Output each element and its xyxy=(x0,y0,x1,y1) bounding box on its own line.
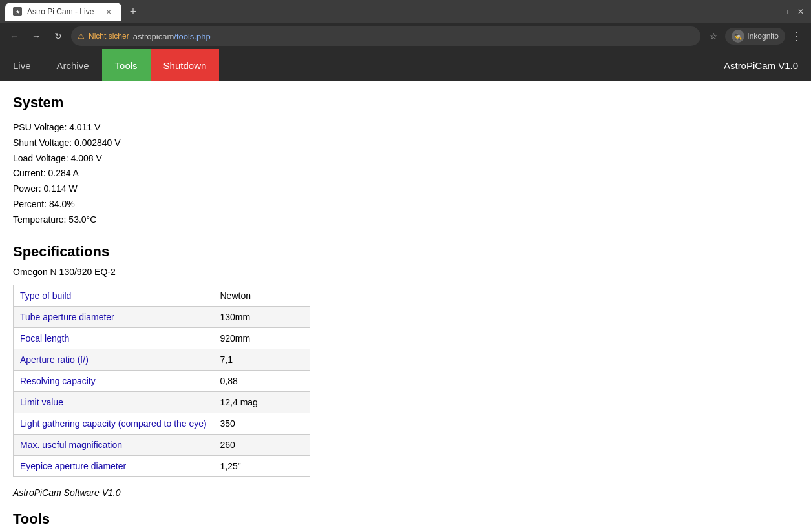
system-stat: Shunt Voltage: 0.002840 V xyxy=(13,136,798,151)
specs-title: Specifications xyxy=(13,243,798,260)
browser-chrome: ★ Astro Pi Cam - Live ✕ + — □ ✕ ← → ↻ ⚠ … xyxy=(0,0,811,81)
table-row: Tube aperture diameter130mm xyxy=(14,306,310,327)
browser-toolbar: ← → ↻ ⚠ Nicht sicher astropicam/tools.ph… xyxy=(0,23,811,49)
back-button[interactable]: ← xyxy=(5,27,23,45)
spec-label: Light gathering capacity (compared to th… xyxy=(14,413,214,434)
spec-label: Tube aperture diameter xyxy=(14,306,214,327)
page-content: System PSU Voltage: 4.011 VShunt Voltage… xyxy=(0,81,811,532)
address-text: astropicam/tools.php xyxy=(133,32,211,41)
table-row: Max. useful magnification260 xyxy=(14,434,310,455)
url-path: /tools.php xyxy=(174,32,210,41)
system-stat: Current: 0.284 A xyxy=(13,166,798,181)
spec-label: Eyepice aperture diameter xyxy=(14,455,214,476)
nav-live[interactable]: Live xyxy=(0,49,44,81)
telescope-n: N xyxy=(50,267,57,277)
table-row: Type of buildNewton xyxy=(14,285,310,306)
spec-value: 260 xyxy=(214,434,310,455)
telescope-name: Omegon N 130/920 EQ-2 xyxy=(13,267,798,277)
table-row: Light gathering capacity (compared to th… xyxy=(14,413,310,434)
incognito-button[interactable]: 🕵 Inkognito xyxy=(725,28,785,45)
system-stat: Load Voltage: 4.008 V xyxy=(13,151,798,167)
forward-button[interactable]: → xyxy=(27,27,45,45)
nav-shutdown[interactable]: Shutdown xyxy=(151,49,220,81)
system-stat: Power: 0.114 W xyxy=(13,181,798,197)
close-tab-button[interactable]: ✕ xyxy=(103,6,114,17)
browser-titlebar: ★ Astro Pi Cam - Live ✕ + — □ ✕ xyxy=(0,0,811,23)
bottom-section: Tools xyxy=(13,511,798,527)
nav-tools[interactable]: Tools xyxy=(102,49,151,81)
spec-value: Newton xyxy=(214,285,310,306)
table-row: Resolving capacity0,88 xyxy=(14,370,310,391)
toolbar-right: ☆ 🕵 Inkognito ⋮ xyxy=(704,27,806,45)
tab-favicon: ★ xyxy=(13,7,22,16)
table-row: Limit value12,4 mag xyxy=(14,391,310,413)
system-stat: PSU Voltage: 4.011 V xyxy=(13,120,798,136)
system-stats: PSU Voltage: 4.011 VShunt Voltage: 0.002… xyxy=(13,120,798,228)
system-section: System PSU Voltage: 4.011 VShunt Voltage… xyxy=(13,94,798,228)
reload-button[interactable]: ↻ xyxy=(49,27,67,45)
url-base: astropicam xyxy=(133,32,174,41)
spec-value: 12,4 mag xyxy=(214,391,310,413)
new-tab-button[interactable]: + xyxy=(124,3,142,21)
table-row: Focal length920mm xyxy=(14,327,310,349)
spec-value: 350 xyxy=(214,413,310,434)
footer-text: AstroPiCam Software V1.0 xyxy=(13,487,798,498)
spec-value: 1,25" xyxy=(214,455,310,476)
browser-menu-button[interactable]: ⋮ xyxy=(788,27,806,45)
spec-value: 0,88 xyxy=(214,370,310,391)
incognito-icon: 🕵 xyxy=(732,30,744,43)
spec-label: Aperture ratio (f/) xyxy=(14,349,214,370)
tab-title: Astro Pi Cam - Live xyxy=(27,7,98,16)
spec-label: Resolving capacity xyxy=(14,370,214,391)
spec-label: Focal length xyxy=(14,327,214,349)
spec-label: Limit value xyxy=(14,391,214,413)
browser-tab[interactable]: ★ Astro Pi Cam - Live ✕ xyxy=(5,3,121,21)
spec-value: 7,1 xyxy=(214,349,310,370)
close-button[interactable]: ✕ xyxy=(795,6,806,17)
table-row: Aperture ratio (f/)7,1 xyxy=(14,349,310,370)
bookmark-button[interactable]: ☆ xyxy=(704,27,722,45)
nav-archive[interactable]: Archive xyxy=(44,49,102,81)
app-navbar: Live Archive Tools Shutdown AstroPiCam V… xyxy=(0,49,811,81)
specifications-section: Specifications Omegon N 130/920 EQ-2 Typ… xyxy=(13,243,798,498)
spec-label: Max. useful magnification xyxy=(14,434,214,455)
address-bar[interactable]: ⚠ Nicht sicher astropicam/tools.php xyxy=(71,26,700,46)
window-controls: — □ ✕ xyxy=(764,6,806,17)
spec-value: 920mm xyxy=(214,327,310,349)
system-stat: Percent: 84.0% xyxy=(13,197,798,212)
security-label: Nicht sicher xyxy=(89,32,129,41)
app-title: AstroPiCam V1.0 xyxy=(711,60,811,71)
spec-value: 130mm xyxy=(214,306,310,327)
security-icon: ⚠ xyxy=(78,32,85,41)
system-title: System xyxy=(13,94,798,111)
table-row: Eyepice aperture diameter1,25" xyxy=(14,455,310,476)
bottom-title: Tools xyxy=(13,511,798,527)
maximize-button[interactable]: □ xyxy=(780,6,790,17)
minimize-button[interactable]: — xyxy=(764,6,775,17)
spec-label: Type of build xyxy=(14,285,214,306)
system-stat: Temperature: 53.0°C xyxy=(13,212,798,228)
incognito-label: Inkognito xyxy=(747,32,779,41)
specs-table: Type of buildNewtonTube aperture diamete… xyxy=(13,285,310,477)
